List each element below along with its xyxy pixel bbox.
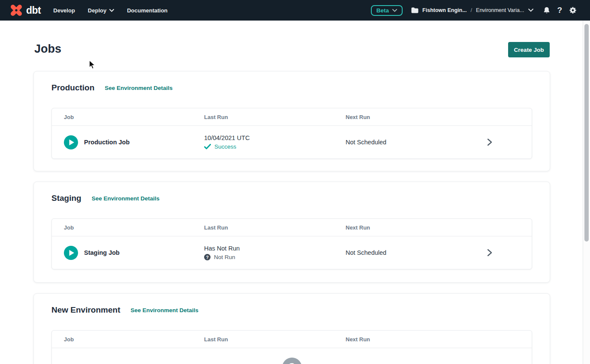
- jobs-table-header: Job Last Run Next Run: [52, 219, 532, 236]
- nav-deploy[interactable]: Deploy: [81, 0, 120, 21]
- nav-links: Develop Deploy Documentation: [47, 0, 174, 21]
- environment-card-new-environment: New Environment See Environment Details …: [33, 293, 550, 364]
- breadcrumb-dropdown[interactable]: [528, 9, 533, 12]
- job-name[interactable]: Production Job: [84, 139, 129, 146]
- breadcrumb-project[interactable]: Fishtown Engin...: [422, 7, 467, 13]
- dbt-logo-icon: [9, 3, 23, 17]
- jobs-table: Job Last Run Next Run Staging Job Has No…: [51, 218, 532, 269]
- page-title: Jobs: [34, 42, 61, 56]
- column-header-job: Job: [64, 336, 204, 343]
- jobs-table-header: Job Last Run Next Run: [52, 331, 532, 348]
- column-header-next-run: Next Run: [346, 336, 447, 343]
- question-circle-icon: ?: [204, 254, 211, 260]
- settings-gear-icon[interactable]: [569, 6, 577, 15]
- jobs-table: Job Last Run Next Run Production Job 10/…: [51, 108, 532, 159]
- environment-title: New Environment: [51, 305, 120, 315]
- jobs-table: Job Last Run Next Run ?: [51, 330, 532, 364]
- create-job-button[interactable]: Create Job: [508, 42, 550, 57]
- column-header-job: Job: [64, 114, 204, 120]
- jobs-table-header: Job Last Run Next Run: [52, 108, 532, 126]
- breadcrumb: Fishtown Engin... / Environment Varia...: [411, 7, 533, 13]
- environment-card-production: Production See Environment Details Job L…: [33, 71, 550, 171]
- check-icon: [204, 144, 211, 149]
- column-header-last-run: Last Run: [204, 336, 346, 343]
- brand-name: dbt: [26, 5, 41, 16]
- scrollbar-thumb[interactable]: [584, 24, 589, 242]
- top-navbar: dbt Develop Deploy Documentation Beta Fi…: [0, 0, 590, 21]
- breadcrumb-page[interactable]: Environment Varia...: [476, 7, 524, 13]
- dbt-logo[interactable]: dbt: [0, 3, 41, 17]
- beta-dropdown[interactable]: Beta: [371, 5, 403, 16]
- environment-card-staging: Staging See Environment Details Job Last…: [33, 182, 550, 283]
- next-run-value: Not Scheduled: [346, 249, 447, 256]
- mouse-cursor: [89, 60, 96, 71]
- chevron-down-icon: [528, 9, 533, 12]
- run-job-button[interactable]: [64, 246, 78, 260]
- last-run-status[interactable]: ? Not Run: [204, 254, 346, 260]
- breadcrumb-separator: /: [471, 7, 472, 13]
- column-header-next-run: Next Run: [346, 224, 447, 231]
- column-header-next-run: Next Run: [346, 114, 447, 120]
- next-run-value: Not Scheduled: [346, 139, 447, 146]
- notifications-bell-icon[interactable]: [543, 6, 551, 15]
- chevron-down-icon: [109, 9, 114, 12]
- run-job-button[interactable]: [64, 135, 78, 149]
- column-header-last-run: Last Run: [204, 224, 346, 231]
- last-run-status[interactable]: Success: [204, 143, 346, 150]
- nav-documentation[interactable]: Documentation: [120, 0, 174, 21]
- question-circle-icon: ?: [282, 358, 302, 364]
- environment-title: Staging: [51, 194, 81, 203]
- nav-develop[interactable]: Develop: [47, 0, 81, 21]
- chevron-right-icon[interactable]: [487, 138, 492, 146]
- page-scrollbar[interactable]: [583, 21, 590, 364]
- job-row-production[interactable]: Production Job 10/04/2021 UTC Success No…: [52, 126, 532, 158]
- help-icon[interactable]: ?: [557, 6, 562, 15]
- empty-jobs-state: ?: [52, 348, 532, 364]
- navbar-right: Beta Fishtown Engin... / Environment Var…: [371, 5, 590, 16]
- environment-title: Production: [51, 83, 94, 92]
- column-header-last-run: Last Run: [204, 114, 346, 120]
- last-run-date: 10/04/2021 UTC: [204, 134, 346, 141]
- column-header-job: Job: [64, 224, 204, 231]
- job-row-staging[interactable]: Staging Job Has Not Run ? Not Run Not Sc…: [52, 236, 532, 269]
- navbar-icons: ?: [543, 6, 577, 15]
- job-name[interactable]: Staging Job: [84, 249, 120, 256]
- see-environment-details-link[interactable]: See Environment Details: [92, 195, 160, 202]
- last-run-date: Has Not Run: [204, 245, 346, 252]
- see-environment-details-link[interactable]: See Environment Details: [130, 307, 198, 313]
- chevron-down-icon: [392, 9, 397, 12]
- folder-icon: [411, 7, 418, 13]
- see-environment-details-link[interactable]: See Environment Details: [105, 85, 172, 91]
- chevron-right-icon[interactable]: [487, 249, 492, 257]
